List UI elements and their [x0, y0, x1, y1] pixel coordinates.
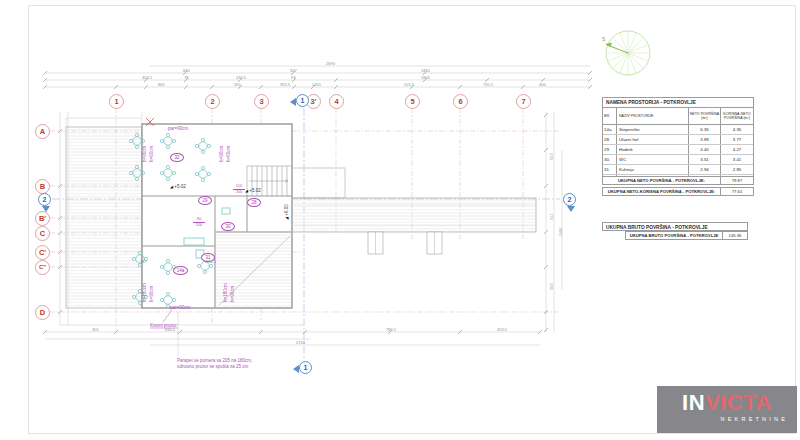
dim-label: 311	[549, 214, 554, 220]
grid-row-bubble-Cp: C'	[35, 245, 50, 260]
col-header-br: BR.	[603, 108, 617, 124]
grid-col-bubble-4: 4	[329, 94, 344, 109]
dim-label: 430.5	[236, 75, 246, 80]
plan-note: Parapet se pomera sa 205 na 180cm, odnos…	[177, 358, 252, 370]
room-number-bubble: 29	[198, 196, 212, 205]
drawing-sheet: S 1 2 3 3' 4 5 6 7 A B B' C C' C'' D 1 1…	[0, 0, 800, 440]
dim-label: 347	[140, 259, 147, 264]
annotation-height: h=60cm	[149, 146, 154, 162]
section-marker-1-top: 1	[296, 94, 309, 107]
floor-plan-linework	[0, 0, 800, 440]
door-size-label: 110 200	[233, 184, 245, 194]
annotation-height: h=90cm	[219, 146, 224, 162]
room-number-bubble: 32	[170, 153, 184, 162]
annotation-parapet-bottom: par=90cm	[170, 305, 190, 310]
dim-label: 93	[291, 75, 295, 80]
annotation-parapet-top: par=90cm	[168, 126, 188, 131]
section-arrow-icon	[42, 206, 50, 212]
col-header-korisna: KORISNA-NETO POVRŠINA (m²)	[721, 108, 753, 124]
room-area-table: NAMENA PROSTORIJA - POTKROVLJE BR. NAZIV…	[602, 97, 754, 185]
grid-col-bubble-3: 3	[254, 94, 269, 109]
grid-col-bubble-2: 2	[205, 94, 220, 109]
grid-col-bubble-5: 5	[405, 94, 420, 109]
dim-label: 1805	[421, 75, 430, 80]
dim-label: 840	[183, 68, 190, 73]
dim-label: 500	[549, 283, 554, 290]
grid-row-bubble-B: B	[35, 179, 50, 194]
dim-label: 264.5	[206, 259, 216, 264]
table-row: 30. WC 3.51 3.41	[603, 155, 753, 165]
col-header-neto: NETO POVRŠINA (m²)	[689, 108, 721, 124]
grid-row-bubble-Bp: B'	[35, 211, 50, 226]
invicta-logo: INVICTA NEKRETNINE	[657, 386, 797, 433]
grid-row-bubble-A: A	[35, 124, 50, 139]
left-roof-hatch	[66, 112, 142, 308]
dim-label: 2690	[326, 61, 335, 66]
logo-wordmark: INVICTA	[657, 391, 797, 415]
room-number-bubble: 28	[247, 198, 261, 207]
section-arrow-icon	[290, 98, 296, 106]
annotation-height: h=90cm	[149, 286, 154, 302]
col-header-naziv: NAZIV PROSTORIJE	[617, 108, 689, 124]
table-row: 14a. Stepenište 6.35 4.35	[603, 125, 753, 135]
room-table-header: BR. NAZIV PROSTORIJE NETO POVRŠINA (m²) …	[603, 108, 753, 125]
grid-row-bubble-C: C	[35, 226, 50, 241]
dim-label: 301	[92, 327, 99, 332]
section-marker-2-left: 2	[38, 193, 51, 206]
dim-label: 453.5	[497, 327, 507, 332]
north-compass-icon: S	[602, 27, 654, 79]
dim-label: 525.5	[404, 82, 414, 87]
level-marker: ◢ +6.00	[284, 204, 289, 220]
level-flag-icon: ◢	[245, 188, 248, 193]
bruto-table-value-row: UKUPNA BRUTO POVRŠINA - POTKROVLJE 145.3…	[625, 231, 748, 240]
section-arrow-icon	[293, 365, 299, 373]
dim-label: 563	[549, 153, 554, 160]
table-row: 29. Hodnik 4.40 4.27	[603, 145, 753, 155]
grid-row-bubble-D: D	[35, 305, 50, 320]
level-flag-icon: ◢	[284, 217, 289, 220]
grid-col-bubble-6: 6	[453, 94, 468, 109]
grid-col-bubble-7: 7	[516, 94, 531, 109]
annotation-height: h=180cm	[142, 283, 147, 302]
dim-label: 2743	[296, 340, 305, 345]
door-size-label: 90 200	[193, 217, 205, 227]
total-korisna-row: UKUPNA NETO-KORISNA POVRŠINA - POTKROVLJ…	[602, 187, 754, 196]
section-marker-1-bottom: 1	[299, 361, 312, 374]
table-row: 31. Kuhinja 2.94 2.85	[603, 165, 753, 175]
dim-label: 836.5	[165, 327, 175, 332]
dim-label: 406	[539, 82, 546, 87]
room-number-bubble: 30	[221, 222, 235, 231]
dim-label: 392	[234, 82, 241, 87]
level-marker: ◢ +5.02	[245, 188, 261, 193]
annotation-height: h=90cm	[230, 286, 235, 302]
dim-label: 307	[290, 68, 297, 73]
total-neto-row: UKUPNA NETO POVRŠINA - POTKROVLJE: 79.87	[602, 176, 754, 185]
dim-label: 78	[184, 75, 188, 80]
level-marker: ◢ +5.02	[170, 184, 186, 189]
annotation-height: h=90cm	[142, 146, 147, 162]
dim-label: 865	[158, 82, 165, 87]
dim-label: 392.5	[280, 82, 290, 87]
bruto-table-title-box: UKUPNA BRUTO POVRŠINA - POTKROVLJE	[602, 222, 748, 231]
room-table-title: NAMENA PROSTORIJA - POTKROVLJE	[603, 98, 753, 108]
dim-label: 765.5	[483, 82, 493, 87]
section-arrow-icon	[567, 206, 575, 212]
compass-north-label: S	[602, 36, 606, 42]
dim-label: 1455	[312, 82, 321, 87]
right-wing-roof	[292, 198, 536, 254]
dim-label: 1344	[558, 228, 563, 237]
annotation-height: h=180cm	[223, 283, 228, 302]
annotation-height: h=60cm	[226, 146, 231, 162]
logo-subtitle: NEKRETNINE	[657, 416, 797, 422]
grid-col-bubble-1: 1	[109, 94, 124, 109]
dim-label: 780.5	[386, 327, 396, 332]
section-marker-2-right: 2	[563, 193, 576, 206]
dim-label: 1855	[421, 68, 430, 73]
dim-label: 403.5	[142, 75, 152, 80]
level-flag-icon: ◢	[170, 184, 173, 189]
table-row: 28. Ulazni hol 3.89 3.77	[603, 135, 753, 145]
room-number-bubble: 14a	[173, 266, 188, 275]
grid-row-bubble-Cpp: C''	[35, 260, 50, 275]
